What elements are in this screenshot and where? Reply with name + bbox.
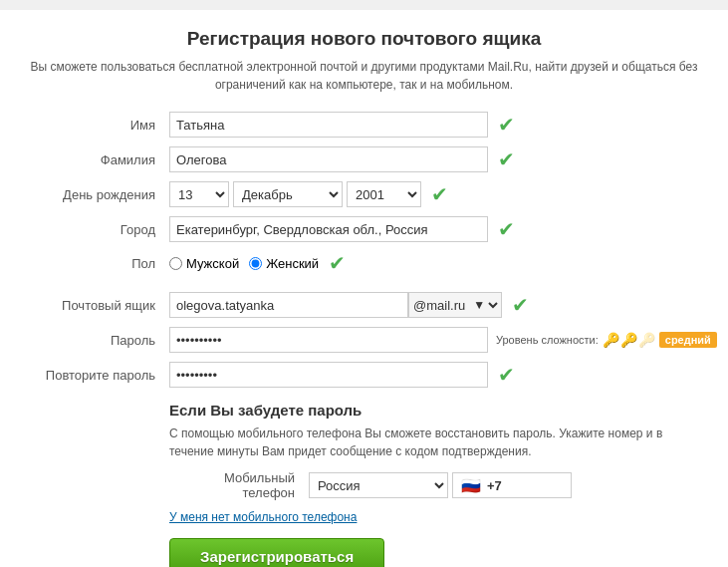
recovery-section: Если Вы забудете пароль С помощью мобиль…	[169, 402, 698, 500]
dob-check: ✔	[431, 182, 448, 206]
phone-inputs: Россия 🇷🇺 +7	[309, 472, 572, 498]
password-input[interactable]	[169, 327, 488, 353]
password-repeat-row: Повторите пароль ✔	[30, 362, 698, 388]
name-row: Имя ✔	[30, 112, 698, 138]
email-domain-select[interactable]: ▼	[469, 294, 501, 316]
recovery-title: Если Вы забудете пароль	[169, 402, 698, 419]
gender-female-label: Женский	[266, 256, 319, 271]
name-check: ✔	[498, 113, 515, 137]
gender-male-label: Мужской	[186, 256, 239, 271]
name-input[interactable]	[169, 112, 488, 138]
email-control: @mail.ru ▼ ✔	[169, 292, 698, 318]
surname-check: ✔	[498, 147, 515, 171]
complexity-section: Уровень сложности: 🔑 🔑 🔑 средний	[496, 332, 717, 348]
dob-month-select[interactable]: Декабрь	[233, 181, 343, 207]
gender-female-option[interactable]: Женский	[249, 256, 319, 271]
submit-section: Зарегистрироваться	[169, 538, 698, 567]
complexity-label: Уровень сложности:	[496, 334, 599, 346]
recovery-desc: С помощью мобильного телефона Вы сможете…	[169, 425, 698, 460]
surname-row: Фамилия ✔	[30, 146, 698, 172]
page-subtitle: Вы сможете пользоваться бесплатной элект…	[30, 58, 698, 94]
key-icon-2: 🔑	[620, 332, 637, 348]
complexity-badge: средний	[659, 332, 717, 348]
phone-flag: 🇷🇺	[461, 476, 481, 495]
name-control: ✔	[169, 112, 698, 138]
password-repeat-check: ✔	[498, 363, 515, 387]
key-icon-1: 🔑	[603, 332, 619, 348]
email-local-input[interactable]	[169, 292, 408, 318]
gender-options: Мужской Женский	[169, 256, 319, 271]
city-check: ✔	[498, 217, 515, 241]
email-domain-wrapper: @mail.ru ▼	[408, 292, 502, 318]
phone-code-wrapper: 🇷🇺 +7	[452, 472, 572, 498]
email-at-sign: @mail.ru	[409, 298, 469, 313]
gender-female-radio[interactable]	[249, 257, 262, 270]
gender-check: ✔	[329, 251, 346, 275]
dob-row: День рождения 13 Декабрь 2001 ✔	[30, 181, 698, 207]
dob-control: 13 Декабрь 2001 ✔	[169, 181, 698, 207]
city-input[interactable]	[169, 216, 488, 242]
submit-button[interactable]: Зарегистрироваться	[169, 538, 384, 567]
phone-control: Россия 🇷🇺 +7	[309, 472, 698, 498]
email-check: ✔	[512, 293, 529, 317]
name-label: Имя	[30, 118, 169, 133]
phone-country-select[interactable]: Россия	[309, 472, 448, 498]
password-repeat-input[interactable]	[169, 362, 488, 388]
password-label: Пароль	[30, 333, 169, 348]
password-control: Уровень сложности: 🔑 🔑 🔑 средний	[169, 327, 717, 353]
phone-label: Мобильный телефон	[169, 470, 309, 500]
dob-inputs: 13 Декабрь 2001	[169, 181, 421, 207]
gender-male-radio[interactable]	[169, 257, 182, 270]
no-phone-link[interactable]: У меня нет мобильного телефона	[169, 510, 698, 524]
dob-label: День рождения	[30, 187, 169, 202]
email-inputs: @mail.ru ▼	[169, 292, 502, 318]
password-row: Пароль Уровень сложности: 🔑 🔑 🔑 средний	[30, 327, 698, 353]
surname-label: Фамилия	[30, 152, 169, 167]
email-row: Почтовый ящик @mail.ru ▼ ✔	[30, 292, 698, 318]
gender-row: Пол Мужской Женский ✔	[30, 251, 698, 275]
password-repeat-control: ✔	[169, 362, 698, 388]
complexity-icons: 🔑 🔑 🔑	[603, 332, 655, 348]
surname-input[interactable]	[169, 146, 488, 172]
gender-control: Мужской Женский ✔	[169, 251, 698, 275]
password-repeat-label: Повторите пароль	[30, 368, 169, 383]
recovery-desc-text: С помощью мобильного телефона Вы сможете…	[169, 426, 662, 458]
gender-label: Пол	[30, 256, 169, 271]
key-icon-3: 🔑	[638, 332, 655, 348]
phone-row: Мобильный телефон Россия 🇷🇺 +7	[169, 470, 698, 500]
city-label: Город	[30, 222, 169, 237]
page-title: Регистрация нового почтового ящика	[30, 28, 698, 50]
dob-year-select[interactable]: 2001	[347, 181, 421, 207]
phone-code: +7	[487, 478, 502, 493]
city-control: ✔	[169, 216, 698, 242]
gender-male-option[interactable]: Мужской	[169, 256, 239, 271]
dob-day-select[interactable]: 13	[169, 181, 229, 207]
surname-control: ✔	[169, 146, 698, 172]
main-container: Регистрация нового почтового ящика Вы см…	[0, 10, 728, 567]
city-row: Город ✔	[30, 216, 698, 242]
email-label: Почтовый ящик	[30, 298, 169, 313]
